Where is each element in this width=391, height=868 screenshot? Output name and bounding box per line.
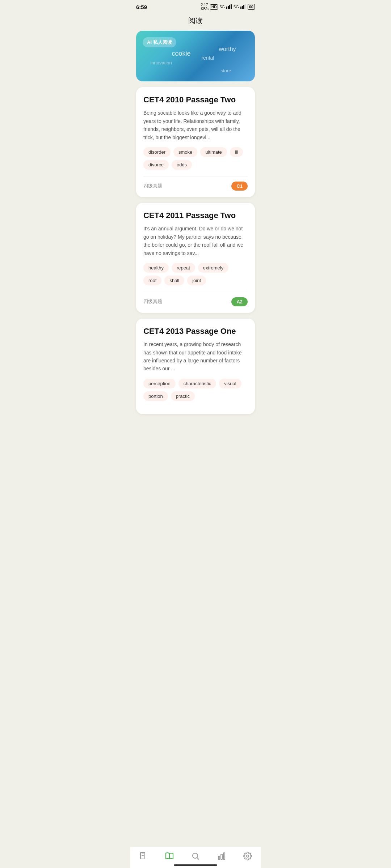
banner-label: AI 私人阅读 <box>143 37 176 47</box>
signal-bars-1 <box>226 4 232 9</box>
svg-rect-2 <box>229 5 230 9</box>
card-1-category: 四级真题 <box>143 183 162 189</box>
card-1-level: C1 <box>231 182 248 191</box>
signal-5g-2: 5G <box>234 5 239 9</box>
card-2-title: CET4 2011 Passage Two <box>143 211 248 220</box>
battery-indicator: 60 <box>248 4 255 10</box>
svg-rect-6 <box>243 5 244 9</box>
banner-word-5: store <box>221 68 231 73</box>
scroll-content: AI 私人阅读 cookie innovation rental worthy … <box>130 31 261 456</box>
banner-word-3: rental <box>201 55 214 61</box>
svg-rect-4 <box>240 7 241 9</box>
tag-odds[interactable]: odds <box>172 160 192 170</box>
speed-indicator: 2.17KB/s <box>201 3 209 11</box>
card-1-title: CET4 2010 Passage Two <box>143 95 248 105</box>
tag-repeat[interactable]: repeat <box>172 263 195 273</box>
status-icons: 2.17KB/s HD 5G 5G 60 <box>201 3 255 11</box>
signal-bars-2 <box>240 4 246 9</box>
banner-word-2: innovation <box>150 60 172 65</box>
tag-disorder[interactable]: disorder <box>143 147 171 157</box>
card-3-tags: perception characteristic visual portion… <box>143 379 248 401</box>
tag-characteristic[interactable]: characteristic <box>178 379 216 388</box>
tag-ultimate[interactable]: ultimate <box>200 147 227 157</box>
card-1-excerpt: Being sociable looks like a good way to … <box>143 109 248 141</box>
page-title: 阅读 <box>188 17 203 25</box>
card-1-tags: disorder smoke ultimate ill divorce odds <box>143 147 248 170</box>
reading-card-1[interactable]: CET4 2010 Passage Two Being sociable loo… <box>136 87 255 197</box>
reading-card-2[interactable]: CET4 2011 Passage Two It's an annual arg… <box>136 203 255 313</box>
tag-ill[interactable]: ill <box>230 147 243 157</box>
card-3-title: CET4 2013 Passage One <box>143 327 248 336</box>
banner-word-4: worthy <box>219 46 236 52</box>
status-bar: 6:59 2.17KB/s HD 5G 5G 60 <box>130 0 261 12</box>
svg-rect-0 <box>226 7 227 9</box>
card-1-footer: 四级真题 C1 <box>143 176 248 191</box>
tag-portion[interactable]: portion <box>143 391 168 401</box>
tag-perception[interactable]: perception <box>143 379 176 388</box>
svg-rect-1 <box>228 6 229 9</box>
card-2-tags: healthy repeat extremely roof shall join… <box>143 263 248 285</box>
svg-rect-3 <box>231 4 232 9</box>
tag-extremely[interactable]: extremely <box>198 263 228 273</box>
tag-smoke[interactable]: smoke <box>173 147 197 157</box>
hd-badge: HD <box>210 4 218 10</box>
svg-rect-7 <box>245 4 246 9</box>
banner-word-1: cookie <box>172 50 190 58</box>
tag-practic[interactable]: practic <box>171 391 195 401</box>
reading-card-3[interactable]: CET4 2013 Passage One In recent years, a… <box>136 319 255 414</box>
tag-visual[interactable]: visual <box>219 379 241 388</box>
card-2-level: A2 <box>231 297 248 306</box>
tag-joint[interactable]: joint <box>187 276 206 285</box>
status-time: 6:59 <box>136 4 147 10</box>
svg-rect-5 <box>242 6 243 9</box>
tag-roof[interactable]: roof <box>143 276 161 285</box>
card-2-footer: 四级真题 A2 <box>143 292 248 306</box>
tag-shall[interactable]: shall <box>164 276 184 285</box>
tag-healthy[interactable]: healthy <box>143 263 169 273</box>
signal-5g-1: 5G <box>219 5 225 9</box>
card-3-excerpt: In recent years, a growing body of resea… <box>143 340 248 373</box>
page-header: 阅读 <box>130 12 261 31</box>
ai-reading-banner[interactable]: AI 私人阅读 cookie innovation rental worthy … <box>136 31 255 81</box>
tag-divorce[interactable]: divorce <box>143 160 169 170</box>
card-2-category: 四级真题 <box>143 298 162 305</box>
card-2-excerpt: It's an annual argument. Do we or do we … <box>143 225 248 257</box>
